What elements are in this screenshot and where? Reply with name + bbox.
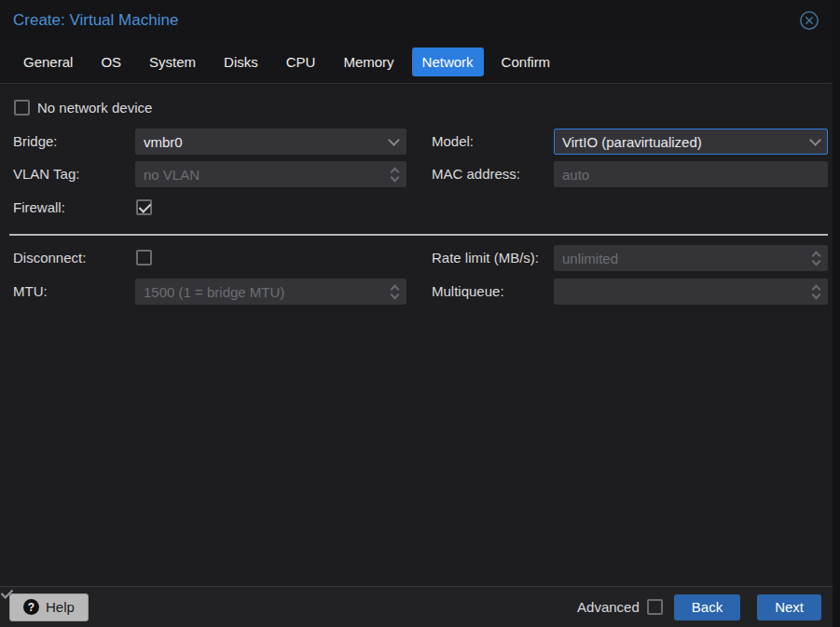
dialog-title: Create: Virtual Machine xyxy=(13,11,799,30)
mtu-input[interactable] xyxy=(144,284,386,300)
chevron-down-icon[interactable] xyxy=(809,134,821,146)
advanced-section-divider xyxy=(9,234,828,236)
tab-system[interactable]: System xyxy=(139,48,206,76)
spinner-arrows-icon[interactable] xyxy=(813,252,819,265)
disconnect-checkbox[interactable] xyxy=(136,250,152,266)
tab-cpu[interactable]: CPU xyxy=(276,48,326,76)
bridge-label: Bridge: xyxy=(13,129,58,155)
multiqueue-spinner[interactable] xyxy=(554,279,828,305)
bridge-value[interactable] xyxy=(144,134,384,150)
mac-address-label: MAC address: xyxy=(432,161,520,187)
vlan-tag-label: VLAN Tag: xyxy=(13,161,79,187)
mtu-spinner[interactable] xyxy=(135,279,406,305)
help-button-label: Help xyxy=(46,599,75,615)
help-button[interactable]: ? Help xyxy=(9,593,89,621)
multiqueue-label: Multiqueue: xyxy=(432,279,504,305)
tab-confirm[interactable]: Confirm xyxy=(491,48,561,76)
rate-limit-label: Rate limit (MB/s): xyxy=(432,245,539,271)
multiqueue-input[interactable] xyxy=(562,284,807,300)
mac-address-input[interactable] xyxy=(562,167,819,183)
tab-disks[interactable]: Disks xyxy=(213,48,269,76)
tab-general[interactable]: General xyxy=(13,48,83,76)
vlan-tag-spinner[interactable] xyxy=(135,161,406,187)
chevron-down-icon[interactable] xyxy=(388,134,400,146)
tab-os[interactable]: OS xyxy=(90,48,131,76)
no-network-device-checkbox[interactable] xyxy=(14,100,30,116)
advanced-checkbox[interactable] xyxy=(647,599,663,615)
model-label: Model: xyxy=(432,129,474,155)
rate-limit-input[interactable] xyxy=(562,251,807,266)
mtu-label: MTU: xyxy=(13,279,48,305)
bridge-combobox[interactable] xyxy=(135,129,406,155)
model-combobox[interactable] xyxy=(554,129,828,155)
mac-address-field[interactable] xyxy=(554,161,828,187)
close-icon[interactable] xyxy=(799,10,819,31)
next-button[interactable]: Next xyxy=(757,594,821,620)
dialog-footer: ? Help Advanced Back Next xyxy=(0,586,833,627)
spinner-arrows-icon[interactable] xyxy=(813,286,819,298)
tab-network[interactable]: Network xyxy=(412,48,484,76)
disconnect-label: Disconnect: xyxy=(13,245,86,271)
back-button[interactable]: Back xyxy=(674,594,740,620)
spinner-arrows-icon[interactable] xyxy=(392,286,398,298)
firewall-checkbox[interactable] xyxy=(136,199,152,215)
help-icon: ? xyxy=(23,599,39,615)
tab-bar: General OS System Disks CPU Memory Netwo… xyxy=(0,41,833,84)
spinner-arrows-icon[interactable] xyxy=(392,169,398,181)
tab-memory[interactable]: Memory xyxy=(333,48,404,76)
advanced-label: Advanced xyxy=(577,599,640,615)
rate-limit-spinner[interactable] xyxy=(554,245,828,271)
create-vm-dialog: Create: Virtual Machine General OS Syste… xyxy=(0,0,833,627)
dialog-titlebar: Create: Virtual Machine xyxy=(0,0,833,41)
vlan-tag-input[interactable] xyxy=(144,167,386,183)
model-value[interactable] xyxy=(562,134,806,150)
footer-actions: Advanced Back Next xyxy=(577,594,823,620)
no-network-device-label: No network device xyxy=(37,95,152,121)
firewall-label: Firewall: xyxy=(13,195,65,221)
